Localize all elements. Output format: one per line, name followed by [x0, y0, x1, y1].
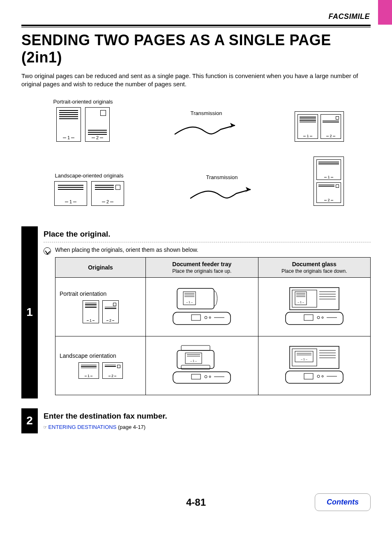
step-number-1: 1 — [21, 226, 38, 398]
result-number-1: 1 — [298, 134, 318, 138]
col-feeder-sub: Place the originals face up. — [150, 268, 254, 274]
step-2-title: Enter the destination fax number. — [44, 412, 371, 421]
row-landscape-label: Landscape orientation — [60, 352, 141, 359]
svg-point-9 — [209, 317, 211, 318]
row-landscape: Landscape orientation 1 2 — [55, 336, 371, 395]
landscape-row: Landscape-oriented originals 1 2 — [48, 157, 344, 206]
step-1: 1 Place the original. When placing the o… — [21, 226, 371, 398]
page-number-l1: 1 — [55, 199, 87, 204]
mini-page-2: 2 — [102, 300, 119, 323]
row-portrait: Portrait orientation 1 2 — [55, 277, 371, 336]
svg-rect-34 — [173, 372, 231, 383]
page-number-l2: 2 — [92, 199, 124, 204]
svg-point-52 — [322, 375, 323, 377]
mini-page-l2: 2 — [102, 362, 123, 379]
link-page-ref: (page 4-17) — [116, 424, 145, 430]
svg-rect-49 — [286, 371, 343, 383]
step-2: 2 Enter the destination fax number. ☞ EN… — [21, 408, 371, 433]
mini-num-1: 1 — [83, 318, 99, 322]
glass-device-landscape: – 1 – — [281, 342, 347, 389]
svg-rect-50 — [304, 373, 313, 379]
page-thumb-land-2: 2 — [91, 181, 124, 206]
entering-destinations-link[interactable]: ENTERING DESTINATIONS — [48, 424, 116, 430]
col-glass-sub: Place the originals face down. — [263, 268, 367, 274]
col-feeder: Document feeder tray Place the originals… — [146, 257, 258, 277]
svg-rect-22 — [286, 312, 343, 325]
transmission-label-2: Transmission — [206, 174, 238, 180]
svg-rect-23 — [304, 315, 313, 320]
mini-num-l1: 1 — [79, 374, 99, 378]
svg-text:– 1 –: – 1 – — [190, 359, 197, 362]
page-number: 4-81 — [186, 497, 206, 508]
transmission-label: Transmission — [191, 110, 222, 116]
glass-device-portrait: – 1 – — [281, 283, 347, 330]
result-number-l1: 1 — [317, 175, 341, 179]
contents-button[interactable]: Contents — [315, 493, 371, 511]
step-number-2: 2 — [21, 408, 38, 433]
page-thumb-1: 1 — [56, 107, 81, 142]
col-feeder-title: Document feeder tray — [172, 261, 231, 267]
svg-rect-7 — [191, 315, 201, 320]
orientation-table: Originals Document feeder tray Place the… — [55, 257, 371, 395]
svg-text:– 1 –: – 1 – — [301, 358, 307, 361]
result-page-landscape: 1 2 — [314, 157, 344, 206]
row-portrait-label: Portrait orientation — [60, 290, 141, 297]
mini-num-2: 2 — [103, 318, 118, 322]
result-page-portrait: 1 2 — [295, 111, 344, 142]
col-glass: Document glass Place the originals face … — [258, 257, 371, 277]
steps-list: 1 Place the original. When placing the o… — [21, 226, 371, 433]
orientation-diagrams: Portrait-oriented originals 1 2 Transmis… — [48, 99, 344, 206]
svg-point-24 — [317, 316, 320, 319]
result-number-l2: 2 — [317, 198, 341, 202]
result-number-2: 2 — [321, 134, 341, 138]
pointer-icon: ☞ — [44, 424, 47, 430]
divider — [44, 242, 371, 242]
page-number-2: 2 — [85, 135, 109, 140]
page-title: SENDING TWO PAGES AS A SINGLE PAGE (2in1… — [21, 32, 371, 66]
rule-thick — [21, 25, 371, 26]
feeder-device-landscape: – 1 – — [169, 342, 235, 389]
mini-num-l2: 2 — [103, 374, 122, 378]
page-footer: 4-81 Contents — [0, 490, 392, 515]
rule-thin — [21, 27, 371, 28]
step-1-title: Place the original. — [44, 230, 371, 239]
svg-point-51 — [317, 375, 320, 378]
svg-text:– 1 –: – 1 – — [186, 301, 193, 304]
step-1-note: When placing the originals, orient them … — [55, 246, 371, 253]
portrait-row: Portrait-oriented originals 1 2 Transmis… — [48, 99, 344, 142]
arrow-icon — [187, 185, 257, 202]
svg-rect-6 — [173, 312, 231, 325]
col-glass-title: Document glass — [292, 261, 337, 267]
landscape-label: Landscape-oriented originals — [55, 173, 124, 179]
feeder-device-portrait: – 1 – — [169, 283, 235, 330]
col-originals: Originals — [55, 257, 146, 277]
page-thumb-2: 2 — [85, 107, 110, 142]
accent-bar — [378, 0, 392, 25]
svg-point-36 — [205, 375, 207, 378]
svg-point-25 — [322, 317, 323, 318]
section-header: FACSIMILE — [328, 12, 370, 21]
svg-rect-35 — [191, 374, 201, 379]
portrait-label: Portrait-oriented originals — [53, 99, 113, 105]
svg-point-8 — [205, 316, 207, 319]
page-thumb-land-1: 1 — [54, 181, 87, 206]
mini-page-1: 1 — [83, 300, 99, 323]
svg-text:– 1 –: – 1 – — [297, 301, 304, 304]
arrow-icon — [171, 121, 241, 138]
intro-text: Two original pages can be reduced and se… — [21, 72, 371, 89]
pencil-note-icon — [44, 247, 51, 255]
page-number-1: 1 — [57, 135, 81, 140]
mini-page-l1: 1 — [78, 362, 99, 379]
svg-rect-27 — [181, 345, 210, 350]
svg-point-37 — [209, 376, 211, 378]
